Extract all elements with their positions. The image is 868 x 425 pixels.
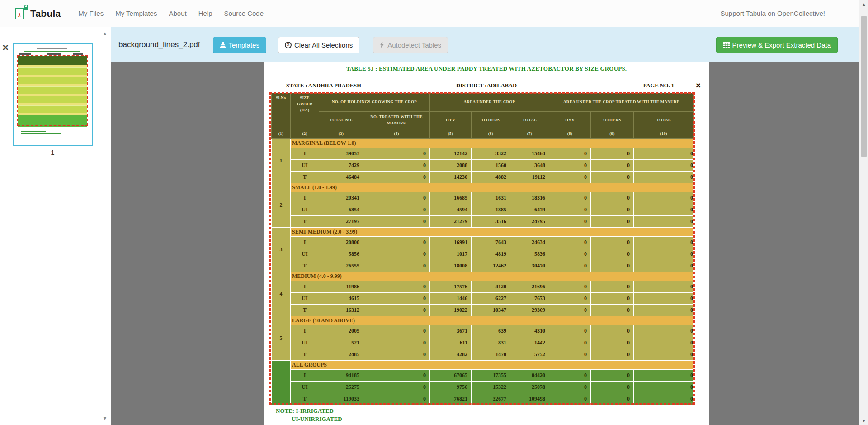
pdf-page[interactable]: TABLE 5J : ESTIMATED AREA UNDER PADDY TR…: [264, 62, 709, 425]
thumbnail-page-number: 1: [13, 148, 93, 156]
pdf-lambda-glyph: λ: [18, 12, 21, 19]
thumbnail-subtitle-line: [24, 51, 80, 52]
templates-button-label: Templates: [229, 41, 259, 49]
page-thumbnail-sidebar: × 1 ▲ ▼: [0, 27, 111, 425]
thumbnail-selection-outline: [17, 55, 88, 126]
nav-link-source-code[interactable]: Source Code: [218, 5, 270, 22]
nav-links: My Files My Templates About Help Source …: [72, 5, 269, 22]
top-navbar: λ Tabula My Files My Templates About Hel…: [0, 0, 859, 27]
open-file-name: background_lines_2.pdf: [118, 40, 200, 49]
thumbnail-meta-line: [47, 53, 61, 55]
scroll-up-icon[interactable]: ▲: [859, 2, 868, 7]
document-note-line-1: NOTE: I-IRRIGATED: [276, 407, 334, 415]
clear-selections-icon: ×: [285, 42, 292, 48]
document-table-title: TABLE 5J : ESTIMATED AREA UNDER PADDY TR…: [264, 65, 709, 72]
nav-link-help[interactable]: Help: [193, 5, 218, 22]
templates-button[interactable]: Templates: [213, 37, 266, 53]
thumbnail-table-preview: [18, 56, 87, 125]
nav-link-about[interactable]: About: [163, 5, 192, 22]
brand-name[interactable]: Tabula: [30, 8, 61, 19]
export-button-label: Preview & Export Extracted Data: [732, 41, 831, 49]
support-link[interactable]: Support Tabula on OpenCollective!: [720, 10, 825, 17]
pdf-page-icon: λ: [15, 8, 24, 19]
main-scrollbar[interactable]: ▲ ▼: [859, 0, 868, 425]
thumbnail-note-line: [21, 133, 61, 134]
page-thumbnail[interactable]: [13, 43, 93, 146]
scroll-down-icon[interactable]: ▼: [859, 418, 868, 423]
document-page-label: PAGE NO. 1: [643, 82, 674, 89]
nav-link-my-files[interactable]: My Files: [72, 5, 109, 22]
thumbnail-note-line: [21, 131, 46, 132]
scroll-up-icon[interactable]: ▲: [100, 31, 109, 36]
thumbnail-title-line: [37, 48, 67, 49]
selection-close-icon[interactable]: ×: [696, 81, 701, 91]
scroll-down-icon[interactable]: ▼: [100, 415, 109, 421]
clear-button-label: Clear All Selections: [294, 41, 353, 49]
autodetect-tables-button[interactable]: Autodetect Tables: [373, 37, 448, 53]
tabula-brand[interactable]: λ Tabula: [15, 6, 61, 20]
document-district-label: DISTRICT :ADILABAD: [264, 82, 709, 89]
spreadsheet-icon: [723, 42, 730, 48]
close-icon[interactable]: ×: [2, 43, 9, 53]
preview-export-button[interactable]: Preview & Export Extracted Data: [716, 37, 838, 53]
nav-link-my-templates[interactable]: My Templates: [109, 5, 163, 22]
pdf-viewer-area: TABLE 5J : ESTIMATED AREA UNDER PADDY TR…: [111, 62, 859, 425]
clear-all-selections-button[interactable]: × Clear All Selections: [278, 37, 359, 53]
templates-stamp-icon: [220, 42, 226, 48]
lightning-icon: [380, 42, 385, 48]
selection-box[interactable]: [269, 92, 695, 405]
toolbar: background_lines_2.pdf Templates × Clear…: [111, 27, 859, 62]
tabula-pdf-logo-icon: λ: [15, 6, 27, 20]
scrollbar-thumb[interactable]: [861, 16, 867, 157]
lock-icon: [24, 7, 28, 10]
autodetect-button-label: Autodetect Tables: [387, 41, 441, 49]
thumbnail-note-line: [18, 129, 39, 129]
document-note-line-2: UI-UNIRRIGATED: [292, 415, 342, 423]
thumbnail-meta-line: [73, 53, 83, 55]
thumbnail-meta-line: [19, 53, 31, 55]
